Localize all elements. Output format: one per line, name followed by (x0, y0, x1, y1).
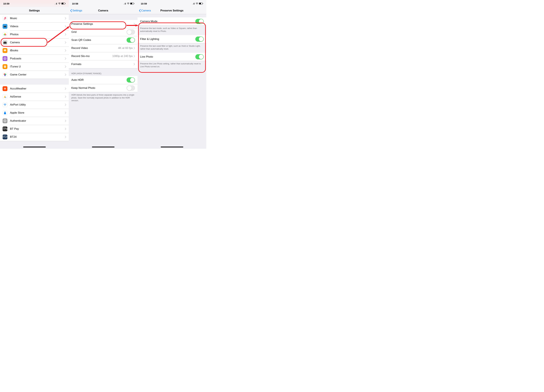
chevron-right-icon (65, 25, 66, 28)
page-title: Settings (0, 9, 69, 12)
toggle[interactable] (195, 36, 204, 42)
cell-game-center[interactable]: Game Center (0, 71, 69, 79)
back-button[interactable]: Camera (137, 9, 151, 12)
toggle[interactable] (127, 77, 135, 83)
cell-bt-pay[interactable]: BTPayBT Pay (0, 125, 69, 133)
svg-rect-45 (203, 3, 203, 4)
cell-itunes-u[interactable]: iTunes U (0, 63, 69, 71)
cell-grid[interactable]: Grid (69, 28, 137, 36)
group-footer: Preserve the Live Photo setting, rather … (137, 61, 206, 70)
chevron-right-icon (65, 87, 66, 90)
cell-scan-qr-codes[interactable]: Scan QR Codes (69, 36, 137, 44)
cell-label: Scan QR Codes (71, 39, 127, 42)
cell-preserve-settings[interactable]: Preserve Settings (69, 20, 137, 28)
back-label: Settings (72, 9, 82, 12)
photos-icon (3, 32, 7, 37)
cell-authenticator[interactable]: Authenticator (0, 117, 69, 125)
cellular-icon (192, 3, 195, 5)
cell-keep-normal-photo[interactable]: Keep Normal Photo (69, 84, 137, 92)
toggle-knob (130, 38, 135, 42)
chevron-right-icon (134, 47, 135, 49)
chevron-right-icon (65, 65, 66, 68)
status-bar: 10:58 (69, 0, 137, 7)
cell-podcasts[interactable]: Podcasts (0, 55, 69, 63)
ibooks-icon (3, 48, 7, 53)
cell-label: Record Video (71, 46, 118, 50)
cell-adsense[interactable]: AdSense (0, 93, 69, 101)
svg-point-31 (5, 121, 5, 121)
cell-videos[interactable]: Videos (0, 22, 69, 30)
cell-live-photo[interactable]: Live Photo (137, 53, 206, 61)
toggle-knob (127, 86, 132, 90)
cell-camera[interactable]: Camera (0, 39, 69, 46)
screen-0: 10:59SettingsMusicVideosPhotosCameraiBoo… (0, 0, 69, 149)
toggle-knob (130, 78, 135, 82)
cell-label: iTunes U (10, 65, 65, 68)
svg-line-26 (6, 89, 6, 90)
chevron-right-icon (65, 74, 66, 76)
toggle[interactable] (195, 54, 204, 59)
cell-label: Camera Mode (140, 20, 195, 23)
cell-label: Videos (10, 25, 65, 28)
svg-line-25 (4, 88, 4, 88)
cellular-icon (55, 3, 58, 5)
cell-group: Preserve SettingsGridScan QR CodesRecord… (69, 20, 137, 68)
cell-camera-mode[interactable]: Camera Mode (137, 17, 206, 25)
back-label: Camera (141, 9, 151, 12)
cell-label: Preserve Settings (71, 22, 134, 26)
back-button[interactable]: Settings (69, 9, 82, 12)
cell-group: Auto HDRKeep Normal Photo (69, 76, 137, 92)
cell-bt24[interactable]: BT24BT24 (0, 133, 69, 141)
cell-record-slo-mo[interactable]: Record Slo-mo1080p at 240 fps (69, 52, 137, 60)
applestore-icon (3, 110, 7, 115)
svg-rect-2 (56, 3, 57, 5)
cell-group: Camera Mode (137, 17, 206, 26)
cell-music[interactable]: Music (0, 14, 69, 22)
cell-label: Filter & Lighting (140, 37, 195, 41)
cell-filter-lighting[interactable]: Filter & Lighting (137, 35, 206, 43)
cell-apple-store[interactable]: Apple Store (0, 109, 69, 117)
chevron-right-icon (65, 96, 66, 98)
toggle-knob (127, 30, 132, 35)
group-footer: Preserve the last mode, such as Video or… (137, 26, 206, 35)
itunesu-icon (3, 64, 7, 69)
cell-ibooks[interactable]: iBooks (0, 46, 69, 55)
cell-group: AccuWeatherAdSenseAirPort UtilityApple S… (0, 85, 69, 141)
svg-rect-39 (192, 4, 193, 5)
cell-airport-utility[interactable]: AirPort Utility (0, 101, 69, 109)
svg-rect-33 (124, 3, 125, 5)
svg-point-19 (4, 75, 6, 76)
cell-group: Live Photo (137, 53, 206, 61)
content: Camera ModePreserve the last mode, such … (137, 14, 206, 70)
status-icons (192, 3, 203, 5)
cell-label: Authenticator (10, 119, 65, 122)
cell-photos[interactable]: Photos (0, 30, 69, 39)
spacer (137, 14, 206, 17)
podcasts-icon (3, 56, 7, 61)
cell-label: Keep Normal Photo (71, 86, 127, 90)
cell-label: AccuWeather (10, 87, 65, 90)
cell-label: Podcasts (10, 57, 65, 60)
toggle[interactable] (127, 29, 135, 35)
svg-rect-5 (62, 3, 64, 4)
cell-auto-hdr[interactable]: Auto HDR (69, 76, 137, 84)
cell-accuweather[interactable]: AccuWeather (0, 85, 69, 93)
chevron-right-icon (65, 58, 66, 60)
svg-point-13 (5, 42, 6, 43)
group-footer: HDR blends the best parts of three separ… (69, 92, 137, 105)
status-bar: 10:59 (137, 0, 206, 7)
svg-point-20 (4, 88, 6, 89)
cell-record-video[interactable]: Record Video4K at 60 fps (69, 44, 137, 52)
nav-bar: CameraPreserve Settings (137, 7, 206, 14)
cell-formats[interactable]: Formats (69, 60, 137, 68)
cell-label: Apple Store (10, 111, 65, 115)
chevron-right-icon (65, 136, 66, 138)
spacer (69, 14, 137, 20)
svg-rect-6 (65, 3, 65, 4)
toggle[interactable] (127, 37, 135, 43)
chevron-right-icon (65, 128, 66, 130)
toggle[interactable] (127, 86, 135, 91)
chevron-right-icon (134, 55, 135, 57)
airport-icon (3, 102, 7, 107)
toggle[interactable] (195, 19, 204, 24)
